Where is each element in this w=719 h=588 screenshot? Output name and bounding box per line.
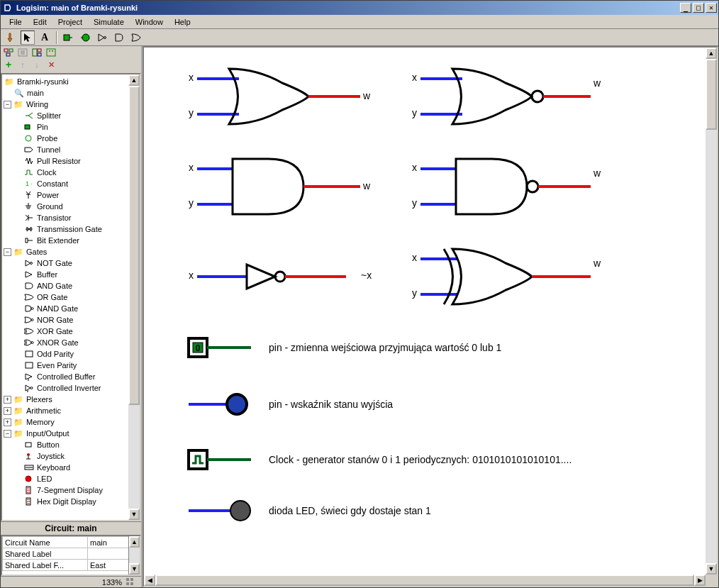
tree-and-gate[interactable]: AND Gate	[4, 280, 138, 292]
sidebar-group4-icon[interactable]	[45, 47, 57, 58]
canvas-horizontal-scrollbar[interactable]: ◀ ▶	[144, 575, 706, 586]
poke-tool-button[interactable]	[4, 30, 18, 45]
caret-minus-icon[interactable]: −	[4, 248, 11, 256]
caret-plus-icon[interactable]: +	[4, 396, 11, 404]
constant-icon: 1 ·	[23, 179, 35, 189]
caret-plus-icon[interactable]: +	[4, 407, 11, 415]
tree-constant[interactable]: 1 ·Constant	[4, 178, 138, 189]
scroll-up-icon[interactable]: ▲	[128, 74, 140, 86]
sidebar-group1-icon[interactable]	[2, 47, 15, 58]
menu-edit[interactable]: Edit	[28, 16, 52, 28]
nand-gate-diagram[interactable]: x y w	[412, 159, 601, 214]
tree-buffer[interactable]: Buffer	[4, 269, 138, 280]
nand-gate-icon	[23, 304, 35, 314]
close-button[interactable]: ✕	[706, 3, 717, 13]
tree-nand-gate[interactable]: NAND Gate	[4, 303, 138, 314]
tree-scrollbar[interactable]: ▲ ▼	[128, 74, 140, 520]
move-up-button[interactable]: ↑	[16, 59, 29, 70]
caret-minus-icon[interactable]: −	[4, 430, 11, 438]
tree-joystick[interactable]: Joystick	[4, 450, 138, 462]
add-circuit-button[interactable]: +	[2, 59, 15, 70]
tree-probe[interactable]: Probe	[4, 133, 138, 144]
tree-tunnel[interactable]: Tunnel	[4, 144, 138, 155]
pin-output-button[interactable]	[78, 30, 92, 45]
not-gate-diagram[interactable]: x ~x	[189, 265, 372, 289]
tree-splitter[interactable]: Splitter	[4, 110, 138, 121]
plexers-folder[interactable]: + 📁 Plexers	[4, 394, 138, 405]
tree-hexdigit[interactable]: Hex Digit Display	[4, 496, 138, 507]
table-row[interactable]: Circuit Namemain	[3, 537, 140, 548]
tree-nor-gate[interactable]: NOR Gate	[4, 314, 138, 326]
menu-help[interactable]: Help	[169, 16, 196, 28]
tree-button[interactable]: Button	[4, 439, 138, 450]
and-gate-diagram[interactable]: x y w	[189, 159, 371, 214]
tree-xnor-gate[interactable]: XNOR Gate	[4, 337, 138, 348]
canvas-vertical-scrollbar[interactable]: ▲ ▼	[706, 48, 717, 575]
gates-folder[interactable]: − 📁 Gates	[4, 246, 138, 257]
and-gate-button[interactable]	[112, 30, 126, 45]
wiring-folder[interactable]: − 📁 Wiring	[4, 99, 138, 110]
tree-controlled-inverter[interactable]: Controlled Inverter	[4, 382, 138, 394]
scroll-down-icon[interactable]: ▼	[129, 563, 140, 575]
memory-folder[interactable]: + 📁 Memory	[4, 416, 138, 428]
tree-xor-gate[interactable]: XOR Gate	[4, 326, 138, 337]
scroll-left-icon[interactable]: ◀	[144, 575, 155, 586]
delete-button[interactable]: ✕	[45, 59, 57, 70]
tree-pin[interactable]: Pin	[4, 121, 138, 133]
tree-7seg[interactable]: 7-Segment Display	[4, 484, 138, 496]
properties-table: Circuit Namemain Shared Label Shared Lab…	[1, 535, 141, 576]
zoom-grid-icon[interactable]	[126, 578, 134, 586]
tree-keyboard[interactable]: Keyboard	[4, 462, 138, 473]
tree-odd-parity[interactable]: Odd Parity	[4, 348, 138, 360]
tree-transmission-gate[interactable]: Transmission Gate	[4, 223, 138, 235]
caret-plus-icon[interactable]: +	[4, 418, 11, 426]
select-tool-button[interactable]	[21, 30, 35, 45]
scroll-up-icon[interactable]: ▲	[129, 536, 140, 548]
io-folder[interactable]: − 📁 Input/Output	[4, 428, 138, 439]
nor-gate-diagram[interactable]: x y w	[412, 69, 601, 124]
not-gate-button[interactable]	[95, 30, 109, 45]
xor-gate-diagram[interactable]: x y w	[412, 249, 601, 304]
menu-project[interactable]: Project	[52, 16, 88, 28]
or-gate-button[interactable]	[129, 30, 143, 45]
scroll-down-icon[interactable]: ▼	[128, 509, 140, 520]
project-node[interactable]: 📁 Bramki-rysunki	[4, 76, 138, 87]
component-tree[interactable]: 📁 Bramki-rysunki 🔍 main − 📁 Wiring Split…	[1, 73, 141, 521]
tree-bit-extender[interactable]: Bit Extender	[4, 235, 138, 246]
move-down-button[interactable]: ↓	[30, 59, 43, 70]
tree-power[interactable]: Power	[4, 189, 138, 201]
props-scrollbar[interactable]: ▲ ▼	[128, 536, 140, 575]
tree-ground[interactable]: Ground	[4, 201, 138, 212]
scroll-down-icon[interactable]: ▼	[706, 563, 717, 575]
menu-simulate[interactable]: Simulate	[88, 16, 130, 28]
maximize-button[interactable]: □	[693, 3, 704, 13]
or-gate-diagram[interactable]: x y w	[189, 69, 371, 124]
sidebar-group3-icon[interactable]	[30, 47, 43, 58]
tree-led[interactable]: LED	[4, 473, 138, 484]
pin-input-button[interactable]	[61, 30, 75, 45]
canvas[interactable]: x y w x y w	[143, 46, 718, 587]
tree-not-gate[interactable]: NOT Gate	[4, 257, 138, 269]
circuit-diagram[interactable]: x y w x y w	[144, 48, 704, 576]
tree-even-parity[interactable]: Even Parity	[4, 360, 138, 371]
caret-minus-icon[interactable]: −	[4, 101, 11, 109]
minimize-button[interactable]: _	[680, 3, 691, 13]
table-row[interactable]: Shared Label F...East	[3, 560, 140, 571]
keyboard-icon	[23, 462, 35, 472]
tree-controlled-buffer[interactable]: Controlled Buffer	[4, 371, 138, 382]
tree-pull-resistor[interactable]: Pull Resistor	[4, 155, 138, 167]
scroll-up-icon[interactable]: ▲	[706, 48, 717, 59]
text-tool-button[interactable]: A	[38, 30, 52, 45]
arithmetic-folder[interactable]: + 📁 Arithmetic	[4, 405, 138, 416]
sidebar-group2-icon[interactable]	[16, 47, 29, 58]
circuit-main-node[interactable]: 🔍 main	[4, 87, 138, 99]
tree-or-gate[interactable]: OR Gate	[4, 292, 138, 303]
table-row[interactable]: Shared Label	[3, 548, 140, 560]
scroll-right-icon[interactable]: ▶	[694, 575, 706, 586]
tree-clock[interactable]: Clock	[4, 167, 138, 178]
zoom-value[interactable]: 133%	[102, 578, 122, 587]
menu-file[interactable]: File	[4, 16, 28, 28]
tree-transistor[interactable]: Transistor	[4, 212, 138, 223]
folder-icon: 📁	[13, 428, 24, 438]
menu-window[interactable]: Window	[130, 16, 169, 28]
